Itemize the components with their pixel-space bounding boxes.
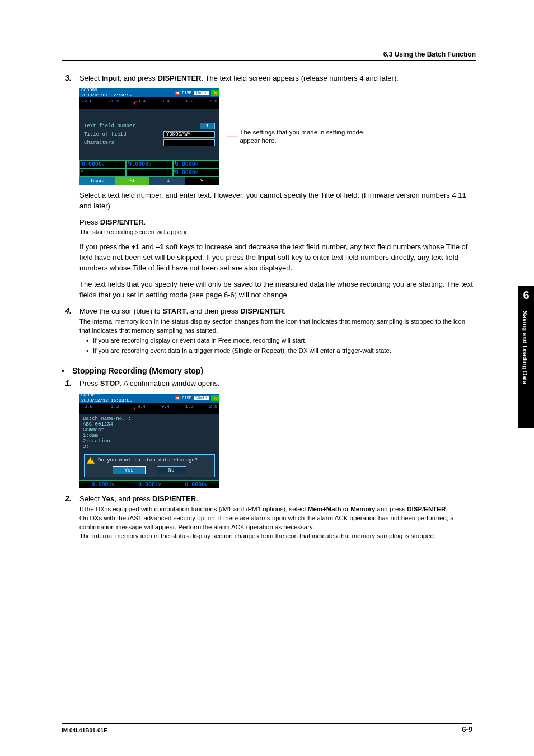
text: Move the cursor (blue) to: [79, 307, 162, 315]
kw-stop: STOP: [100, 379, 120, 388]
text: Press: [79, 218, 100, 226]
caret-icon: ▼: [133, 406, 136, 411]
heading-stopping: • Stopping Recording (Memory stop): [62, 366, 476, 375]
screenshot-text-field: 000000 2008/01/01 02:59:52 ■ DISP 1hour …: [79, 88, 219, 185]
softkey-input: Input: [79, 177, 115, 185]
yes-button[interactable]: Yes: [113, 466, 145, 474]
kw-dispenter: DISP/ENTER: [240, 307, 284, 315]
lbl-characters: Characters: [84, 140, 114, 146]
rate-chip: 1hour: [194, 91, 209, 95]
confirm-msg: Do you want to stop data storage?: [98, 458, 198, 463]
callout-text: The settings that you made in setting mo…: [240, 128, 363, 145]
kw-dispenter: DISP/ENTER: [157, 74, 201, 82]
step3-after1: Select a text field number, and enter te…: [79, 190, 476, 212]
footer-rule: [62, 723, 472, 724]
step3-p3: The text fields that you specify here wi…: [79, 279, 476, 301]
step-number: 4.: [62, 306, 72, 356]
confirm-dialog: Do you want to stop data storage? Yes No: [84, 454, 215, 477]
shot2-ln1: Batch name-No. :: [83, 416, 216, 422]
stop-icon: ■: [175, 91, 180, 95]
step3-small1: The start recording screen will appear.: [79, 227, 476, 236]
kw-dispenter: DISP/ENTER: [100, 218, 144, 226]
shot1-ruler: -2.0 -1.2 -0.4 0.4 1.2 2.0 ▼: [79, 97, 219, 109]
kw-dispenter: DISP/ENTER: [407, 506, 446, 512]
softkey-v: V: [185, 177, 220, 185]
kw-minus1: –1: [156, 242, 163, 251]
text: or: [341, 506, 351, 512]
text: , and press: [114, 494, 152, 503]
text: Select: [79, 494, 102, 503]
step-3: 3. Select Input, and press DISP/ENTER. T…: [62, 73, 476, 84]
val-characters: [163, 139, 215, 146]
chapter-tab: 6 Saving and Loading Data: [518, 286, 534, 428]
text: Select: [79, 74, 102, 82]
shot1-softkeys: Input +1 -1 V: [79, 177, 219, 185]
kw-start: START: [162, 307, 186, 315]
kw-memmath: Mem+Math: [308, 506, 341, 512]
disp-label: DISP: [182, 396, 191, 400]
chapter-number: 6: [518, 286, 534, 302]
caret-icon: ▼: [133, 101, 136, 106]
stop-step-2: 2. Select Yes, and press DISP/ENTER. If …: [62, 494, 476, 540]
chapter-label: Saving and Loading Data: [522, 311, 528, 384]
footer-docid: IM 04L41B01-01E: [62, 727, 107, 734]
text: , and then press: [186, 307, 241, 315]
rec-icon: ■: [175, 396, 180, 400]
stop-s2h: The internal memory icon in the status d…: [79, 531, 476, 540]
kw-memory: Memory: [350, 506, 375, 512]
shot2-values: 0.0001V 0.0001V 0.0000V: [79, 480, 219, 488]
step4-s1: The internal memory icon in the status d…: [79, 317, 476, 335]
step-number: 2.: [62, 494, 72, 540]
text: and press: [375, 506, 407, 512]
shot2-ln2: ABC-001234: [83, 422, 216, 427]
step-number: 1.: [62, 379, 72, 389]
text: .: [284, 307, 286, 315]
section-header: 6.3 Using the Batch Function: [62, 50, 476, 61]
step-number: 3.: [62, 73, 72, 84]
lbl-titleoffield: Title of field: [84, 132, 127, 137]
lock-icon: 🔒: [211, 395, 219, 401]
lbl-textfieldnum: Text field number: [84, 123, 135, 129]
softkey-minus1: -1: [149, 177, 185, 185]
rate-chip: 50min: [194, 396, 209, 400]
shot2-ln6: 3:: [83, 444, 216, 450]
step-4: 4. Move the cursor (blue) to START, and …: [62, 306, 476, 356]
warning-icon: [87, 457, 95, 464]
shot2-ruler: -2.0 -1.2 -0.4 0.4 1.2 2.0 ▼: [79, 403, 219, 414]
footer-page: 6-9: [462, 725, 472, 734]
text: and: [139, 242, 156, 251]
shot2-ln4: 1:dam: [83, 433, 216, 438]
text: .: [144, 218, 146, 226]
text: If the DX is equipped with computation f…: [79, 506, 308, 512]
text: , and press: [120, 74, 158, 82]
text: . The text field screen appears (release…: [201, 74, 398, 82]
no-button[interactable]: No: [157, 466, 186, 474]
stop-s2g: On DXs with the /AS1 advanced security o…: [79, 514, 476, 531]
screenshot-stop-confirm: GROUP 1 2008/12/12 16:33:05 ■ DISP 50min…: [79, 394, 219, 488]
shot2-ln3: Comment: [83, 427, 216, 433]
disp-label: DISP: [182, 91, 191, 95]
val-textfieldnum: 1: [200, 123, 215, 129]
kw-dispenter: DISP/ENTER: [152, 494, 196, 503]
kw-input: Input: [102, 74, 120, 82]
text: .: [196, 494, 198, 503]
text: .: [446, 506, 447, 512]
text: Press: [79, 379, 100, 388]
val-titleoffield: YOKOGAWA: [163, 131, 215, 138]
kw-yes: Yes: [102, 494, 114, 503]
softkey-plus1: +1: [115, 177, 150, 185]
text: If you press the: [79, 242, 132, 251]
lock-icon: 🔒: [211, 90, 219, 96]
stop-step-1: 1. Press STOP. A confirmation window ope…: [62, 379, 476, 389]
kw-input: Input: [258, 253, 276, 262]
step4-b1: If you are recording display or event da…: [93, 336, 307, 345]
text: . A confirmation window opens.: [120, 379, 220, 388]
step4-b2: If you are recording event data in a tri…: [93, 346, 391, 355]
callout-leader: ──: [227, 132, 237, 141]
kw-plus1: +1: [132, 242, 140, 251]
shot1-values: 10.0000V 20.0000V 30.0000V 4 5 60.0000V: [79, 160, 219, 177]
shot2-ln5: 2:station: [83, 438, 216, 444]
